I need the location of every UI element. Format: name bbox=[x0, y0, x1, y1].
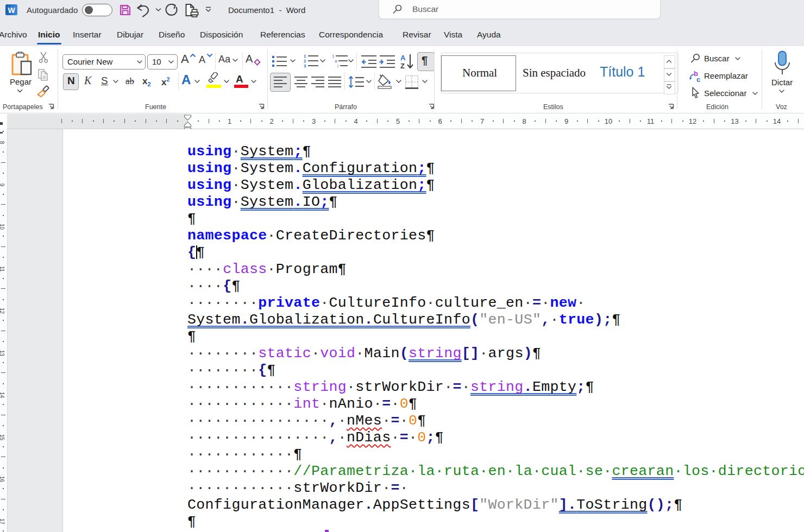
svg-text:1: 1 bbox=[332, 54, 335, 59]
svg-text:1: 1 bbox=[304, 54, 306, 59]
svg-text:a: a bbox=[335, 59, 337, 64]
svg-text:i: i bbox=[337, 64, 338, 68]
svg-text:A: A bbox=[400, 54, 406, 62]
svg-text:c: c bbox=[696, 75, 700, 83]
svg-text:2: 2 bbox=[304, 59, 306, 64]
svg-text:W: W bbox=[8, 6, 15, 15]
svg-text:Z: Z bbox=[400, 62, 405, 69]
svg-text:3: 3 bbox=[304, 64, 306, 68]
